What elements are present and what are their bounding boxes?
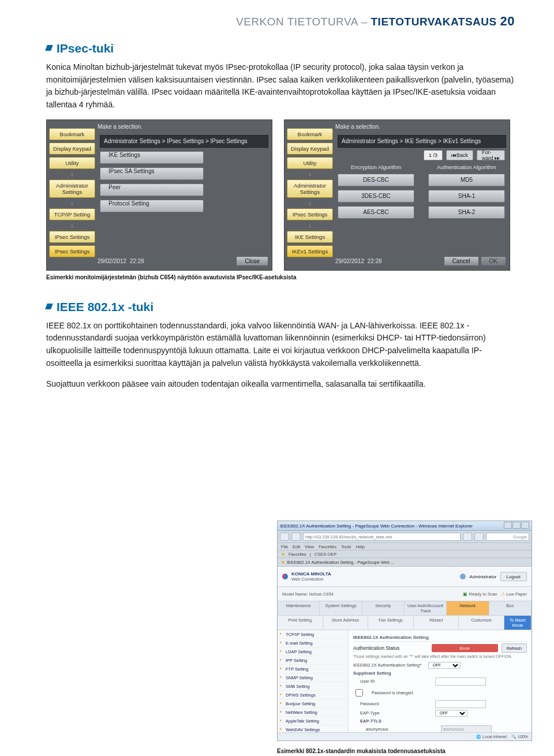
- tab-fax[interactable]: Fax Settings: [368, 616, 414, 630]
- btn-3des-cbc[interactable]: 3DES-CBC: [338, 190, 414, 203]
- menu-edit[interactable]: Edit: [293, 544, 300, 549]
- browser-tab[interactable]: ★IEEE802.1X Authentication Setting - Pag…: [278, 558, 531, 567]
- zone-label: Local intranet: [482, 735, 507, 739]
- menu-tools[interactable]: Tools: [341, 544, 351, 549]
- refresh-button[interactable]: Refresh: [501, 643, 527, 653]
- btn-ipsec-sa[interactable]: IPsec SA Settings: [100, 167, 204, 180]
- close-button[interactable]: Close: [236, 256, 268, 266]
- form-row: Supplicant Setting: [353, 669, 527, 676]
- address-bar-row: http://10.239.226.62/wcd/s_network_ieee.…: [278, 531, 531, 543]
- tab-box[interactable]: Box: [489, 601, 531, 615]
- sidebar-ipsec[interactable]: IPsec Settings: [287, 208, 333, 220]
- search-input[interactable]: Google: [486, 533, 529, 541]
- url-input[interactable]: http://10.239.226.62/wcd/s_network_ieee.…: [303, 533, 461, 541]
- ok-button[interactable]: OK: [481, 256, 506, 266]
- panel2-time: 22:28: [368, 258, 382, 264]
- form-row: EAP-TTLS: [353, 717, 527, 724]
- minimize-icon[interactable]: [504, 522, 512, 529]
- leftnav-item[interactable]: Bonjour Setting: [278, 699, 348, 708]
- btn-sha1[interactable]: SHA-1: [428, 190, 505, 203]
- screenshot-ipsec-settings: Make a selection. Bookmark Display Keypa…: [46, 119, 272, 271]
- stop-button[interactable]: [474, 533, 484, 541]
- leftnav-item[interactable]: IPP Setting: [278, 656, 348, 665]
- sidebar-ike[interactable]: IKE Settings: [287, 231, 333, 243]
- leftnav-item[interactable]: NetWare Setting: [278, 708, 348, 717]
- sidebar-ipsec-settings[interactable]: IPsec Settings: [49, 245, 95, 257]
- btn-des-cbc[interactable]: DES-CBC: [338, 174, 414, 186]
- favorites-item[interactable]: CSES OEP: [315, 552, 336, 557]
- refresh-button[interactable]: [463, 533, 472, 541]
- main-tabs: Maintenance System Settings Security Use…: [278, 601, 531, 616]
- select-eap-type[interactable]: OFF: [435, 710, 467, 717]
- leftnav-item[interactable]: SNMP Setting: [278, 673, 348, 682]
- leftnav-item[interactable]: AppleTalk Setting: [278, 717, 348, 725]
- menu-view[interactable]: View: [305, 544, 314, 549]
- tab-maintenance[interactable]: Maintenance: [278, 601, 320, 615]
- menu-favorites[interactable]: Favorites: [319, 544, 336, 549]
- auth-status-label: Authentication Status: [353, 645, 428, 651]
- select-ieee802-1x-authentication-setting-[interactable]: OFF: [428, 662, 461, 669]
- caption-browser: Esimerkki 802.1x-standardin mukaisista t…: [277, 748, 446, 754]
- btn-protocol[interactable]: Protocol Setting: [100, 200, 204, 212]
- checkbox-password-is-changed-[interactable]: [355, 689, 363, 697]
- btn-ike-settings[interactable]: IKE Settings: [100, 151, 204, 164]
- sidebar-utility[interactable]: Utility: [287, 157, 333, 169]
- tab-wizard[interactable]: Wizard: [414, 616, 459, 630]
- sidebar-ikev1[interactable]: IKEv1 Settings: [287, 245, 333, 257]
- sidebar-admin[interactable]: Administrator Settings: [49, 179, 95, 198]
- cancel-button[interactable]: Cancel: [444, 256, 479, 266]
- sidebar-ipsec[interactable]: IPsec Settings: [49, 231, 95, 243]
- lowpaper-status: Low Paper: [506, 592, 527, 597]
- form-row: User ID: [353, 676, 527, 686]
- leftnav-item[interactable]: E-mail Setting: [278, 639, 348, 648]
- zoom-label: 100%: [518, 735, 528, 739]
- sidebar-display-keypad[interactable]: Display Keypad: [287, 143, 333, 155]
- maximize-icon[interactable]: [512, 522, 521, 529]
- sidebar-display-keypad[interactable]: Display Keypad: [49, 143, 95, 155]
- menu-file[interactable]: File: [281, 544, 288, 549]
- window-title: IEEE802.1X Authentication Setting - Page…: [280, 523, 473, 529]
- btn-sha2[interactable]: SHA-2: [428, 206, 505, 219]
- forward-button[interactable]: [291, 533, 301, 541]
- tab-userauth[interactable]: User Auth/Account Track: [405, 601, 447, 615]
- sidebar-tcpip[interactable]: TCP/IP Setting: [49, 208, 95, 220]
- right-pane: IEEE802.1X Authentication Setting Authen…: [349, 630, 531, 741]
- tab-customize[interactable]: Customize: [459, 616, 504, 630]
- leftnav-item[interactable]: FTP Setting: [278, 665, 348, 673]
- section-8021x-body: IEEE 802.1x on porttikohtainen todennuss…: [46, 320, 515, 370]
- pagescope-status-row: Model Name: bizhub C654 ▣ Ready to Scan …: [278, 587, 531, 601]
- screenshot-pagescope: IEEE802.1X Authentication Setting - Page…: [277, 521, 532, 741]
- sidebar-bookmark[interactable]: Bookmark: [49, 128, 95, 140]
- input-password[interactable]: [435, 700, 486, 708]
- tab-network[interactable]: Network: [447, 601, 489, 615]
- btn-md5[interactable]: MD5: [428, 174, 505, 186]
- browser-status-bar: 🌐 Local intranet 🔍 100%: [278, 732, 531, 740]
- logout-button[interactable]: Logout: [500, 572, 527, 581]
- menu-help[interactable]: Help: [356, 544, 365, 549]
- back-button[interactable]: [280, 533, 289, 541]
- leftnav-item[interactable]: LDAP Setting: [278, 648, 348, 656]
- close-icon[interactable]: [521, 522, 529, 529]
- tab-security[interactable]: Security: [362, 601, 405, 615]
- sidebar-bookmark[interactable]: Bookmark: [287, 128, 333, 140]
- leftnav-item[interactable]: DPWS Settings: [278, 691, 348, 699]
- col-auth: Authentication Algorithm: [428, 164, 505, 170]
- field-label: IEEE802.1X Authentication Setting*: [353, 663, 428, 668]
- tab-system[interactable]: System Settings: [320, 601, 362, 615]
- btn-aes-cbc[interactable]: AES-CBC: [338, 206, 414, 219]
- favorites-label[interactable]: Favorites: [289, 552, 306, 557]
- model-label: Model Name: bizhub C654: [282, 592, 334, 597]
- footnote: Those settings marked with an "*" will t…: [353, 654, 527, 658]
- tab-print[interactable]: Print Setting: [278, 616, 323, 630]
- sidebar-admin[interactable]: Administrator Settings: [287, 179, 333, 198]
- btn-peer[interactable]: Peer: [100, 184, 204, 196]
- form-row: IEEE802.1X Authentication Setting*OFF: [353, 661, 527, 669]
- leftnav-item[interactable]: SMB Setting: [278, 682, 348, 691]
- sidebar-utility[interactable]: Utility: [49, 157, 95, 169]
- tab-store[interactable]: Store Address: [323, 616, 369, 630]
- input-user-id[interactable]: [435, 678, 486, 686]
- tab-tobasic[interactable]: To Basic Mode: [504, 616, 531, 630]
- form-row: EAP-TypeOFF: [353, 709, 527, 717]
- leftnav-item[interactable]: TCP/IP Setting: [278, 630, 348, 639]
- header-category: VERKON TIETOTURVA –: [236, 16, 368, 28]
